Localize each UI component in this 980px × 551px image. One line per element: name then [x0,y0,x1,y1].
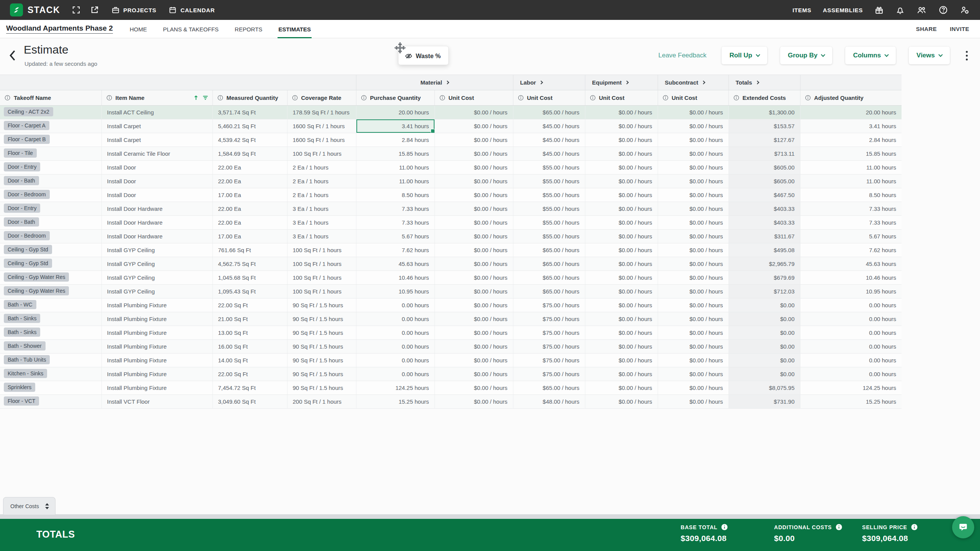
cell-labor-unit-cost[interactable]: $55.00 / hours [513,230,585,243]
back-icon[interactable] [8,49,18,62]
cell-takeoff-name[interactable]: Bath - WC [0,298,101,312]
takeoff-chip[interactable]: Door - Bath [4,217,39,227]
cell-material-unit-cost[interactable]: $0.00 / hours [434,188,513,202]
col-header-subcontract-unit-cost[interactable]: Unit Cost [658,90,728,106]
nav-projects[interactable]: PROJECTS [111,6,156,14]
takeoff-chip[interactable]: Ceiling - Gyp Std [4,245,52,254]
cell-coverage-rate[interactable]: 3 Ea / 1 hours [287,216,356,230]
cell-adjusted-quantity[interactable]: 7.33 hours [800,202,902,216]
cell-extended-costs[interactable]: $2,965.79 [728,257,800,271]
cell-measured-quantity[interactable]: 17.00 Ea [212,230,287,243]
stack-logo[interactable]: STACK [10,3,60,16]
cell-item-name[interactable]: Install Plumbing Fixture [101,381,212,395]
cell-subcontract-unit-cost[interactable]: $0.00 / hours [658,174,728,188]
cell-purchase-quantity[interactable]: 10.46 hours [356,271,434,285]
cell-purchase-quantity[interactable]: 7.33 hours [356,202,434,216]
cell-material-unit-cost[interactable]: $0.00 / hours [434,340,513,354]
col-header-purchase-quantity[interactable]: Purchase Quantity [356,90,434,106]
cell-takeoff-name[interactable]: Kitchen - Sinks [0,367,101,381]
col-header-coverage-rate[interactable]: Coverage Rate [287,90,356,106]
cell-takeoff-name[interactable]: Ceiling - Gyp Water Res [0,285,101,298]
table-row[interactable]: Bath - Shower Install Plumbing Fixture 1… [0,340,902,354]
cell-purchase-quantity[interactable]: 124.25 hours [356,381,434,395]
col-header-takeoff-name[interactable]: Takeoff Name [0,90,101,106]
views-button[interactable]: Views [909,47,950,64]
cell-extended-costs[interactable]: $712.03 [728,285,800,298]
cell-extended-costs[interactable]: $1,300.00 [728,106,800,119]
cell-equipment-unit-cost[interactable]: $0.00 / hours [585,174,658,188]
cell-material-unit-cost[interactable]: $0.00 / hours [434,147,513,161]
cell-purchase-quantity[interactable]: 8.50 hours [356,188,434,202]
cell-takeoff-name[interactable]: Bath - Sinks [0,312,101,326]
cell-extended-costs[interactable]: $605.00 [728,174,800,188]
team-users-icon[interactable] [916,5,927,15]
cell-extended-costs[interactable]: $0.00 [728,340,800,354]
cell-equipment-unit-cost[interactable]: $0.00 / hours [585,188,658,202]
cell-item-name[interactable]: Install Plumbing Fixture [101,326,212,340]
cell-item-name[interactable]: Install Plumbing Fixture [101,367,212,381]
open-in-new-icon[interactable] [90,5,99,15]
cell-material-unit-cost[interactable]: $0.00 / hours [434,230,513,243]
cell-extended-costs[interactable]: $0.00 [728,367,800,381]
cell-adjusted-quantity[interactable]: 0.00 hours [800,312,902,326]
takeoff-chip[interactable]: Bath - WC [4,300,36,309]
cell-item-name[interactable]: Install Door [101,161,212,174]
tab-reports[interactable]: REPORTS [234,21,263,38]
cell-measured-quantity[interactable]: 7,454.72 Sq Ft [212,381,287,395]
cell-extended-costs[interactable]: $0.00 [728,312,800,326]
cell-adjusted-quantity[interactable]: 7.33 hours [800,216,902,230]
group-header-material[interactable]: Material [356,75,513,90]
cell-extended-costs[interactable]: $311.67 [728,230,800,243]
cell-material-unit-cost[interactable]: $0.00 / hours [434,381,513,395]
takeoff-chip[interactable]: Floor - Tile [4,148,37,158]
table-row[interactable]: Bath - Tub Units Install Plumbing Fixtur… [0,354,902,367]
cell-purchase-quantity[interactable]: 0.00 hours [356,298,434,312]
gift-icon[interactable] [874,5,884,15]
cell-coverage-rate[interactable]: 90 Sq Ft / 1.5 hours [287,367,356,381]
cell-coverage-rate[interactable]: 1600 Sq Ft / 1 hours [287,119,356,133]
cell-extended-costs[interactable]: $731.90 [728,395,800,409]
cell-equipment-unit-cost[interactable]: $0.00 / hours [585,161,658,174]
cell-subcontract-unit-cost[interactable]: $0.00 / hours [658,271,728,285]
group-header-equipment[interactable]: Equipment [585,75,658,90]
cell-purchase-quantity[interactable]: 0.00 hours [356,326,434,340]
cell-adjusted-quantity[interactable]: 0.00 hours [800,298,902,312]
cell-item-name[interactable]: Install GYP Ceiling [101,271,212,285]
cell-measured-quantity[interactable]: 22.00 Ea [212,202,287,216]
notifications-bell-icon[interactable] [895,5,905,15]
cell-coverage-rate[interactable]: 90 Sq Ft / 1.5 hours [287,298,356,312]
cell-measured-quantity[interactable]: 1,095.43 Sq Ft [212,285,287,298]
cell-material-unit-cost[interactable]: $0.00 / hours [434,326,513,340]
cell-adjusted-quantity[interactable]: 8.50 hours [800,188,902,202]
share-button[interactable]: SHARE [916,26,937,32]
cell-extended-costs[interactable]: $0.00 [728,354,800,367]
cell-material-unit-cost[interactable]: $0.00 / hours [434,161,513,174]
cell-measured-quantity[interactable]: 3,571.74 Sq Ft [212,106,287,119]
table-row[interactable]: Door - Bedroom Install Door Hardware 17.… [0,230,902,243]
cell-takeoff-name[interactable]: Ceiling - Gyp Std [0,257,101,271]
cell-labor-unit-cost[interactable]: $65.00 / hours [513,285,585,298]
col-header-labor-unit-cost[interactable]: Unit Cost [513,90,585,106]
takeoff-chip[interactable]: Door - Entry [4,162,40,171]
cell-adjusted-quantity[interactable]: 0.00 hours [800,354,902,367]
takeoff-chip[interactable]: Bath - Shower [4,341,46,350]
table-row[interactable]: Door - Entry Install Door Hardware 22.00… [0,202,902,216]
cell-equipment-unit-cost[interactable]: $0.00 / hours [585,257,658,271]
table-row[interactable]: Ceiling - Gyp Std Install GYP Ceiling 76… [0,243,902,257]
cell-material-unit-cost[interactable]: $0.00 / hours [434,119,513,133]
cell-measured-quantity[interactable]: 1,584.69 Sq Ft [212,147,287,161]
cell-material-unit-cost[interactable]: $0.00 / hours [434,354,513,367]
table-row[interactable]: Bath - Sinks Install Plumbing Fixture 13… [0,326,902,340]
cell-coverage-rate[interactable]: 100 Sq Ft / 1 hours [287,147,356,161]
cell-takeoff-name[interactable]: Ceiling - ACT 2x2 [0,106,101,119]
cell-item-name[interactable]: Install Carpet [101,119,212,133]
cell-adjusted-quantity[interactable]: 3.41 hours [800,119,902,133]
cell-extended-costs[interactable]: $679.69 [728,271,800,285]
takeoff-chip[interactable]: Floor - Carpet A [4,121,49,130]
table-row[interactable]: Door - Entry Install Door 22.00 Ea 2 Ea … [0,161,902,174]
cell-material-unit-cost[interactable]: $0.00 / hours [434,133,513,147]
info-icon[interactable] [836,524,842,530]
cell-equipment-unit-cost[interactable]: $0.00 / hours [585,312,658,326]
cell-labor-unit-cost[interactable]: $75.00 / hours [513,312,585,326]
cell-equipment-unit-cost[interactable]: $0.00 / hours [585,367,658,381]
